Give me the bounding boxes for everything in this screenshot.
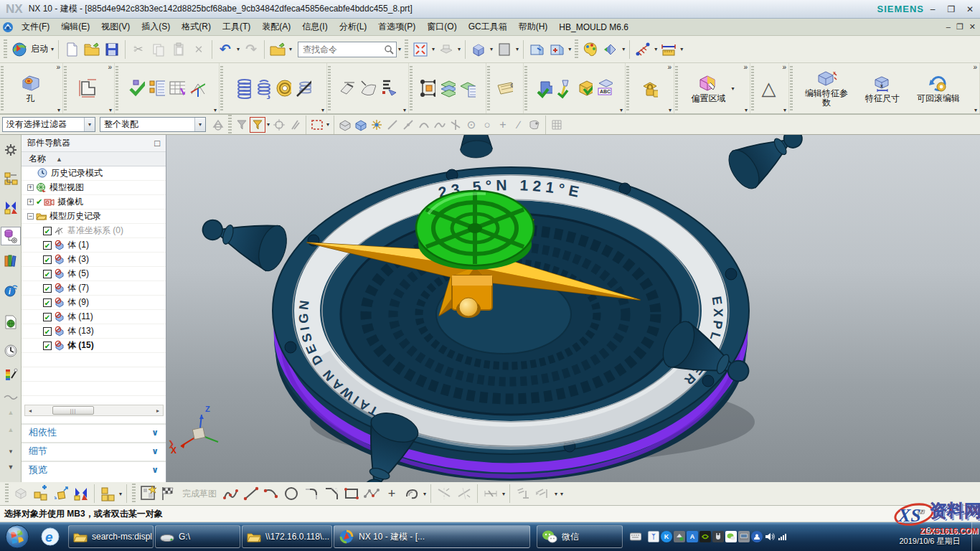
tree-row-body-5[interactable]: ✔ 体 (5) [22,267,166,281]
menu-gc-toolbox[interactable]: GC工具箱 [463,19,513,35]
group-dropdown[interactable]: ▾ [974,107,977,113]
hand-select-icon[interactable] [287,117,303,133]
offset-region-button[interactable]: 偏置区域 [691,74,725,103]
hd3d-tools-icon[interactable]: i [1,281,20,300]
close-button[interactable]: ✕ [964,4,976,14]
menu-file[interactable]: 文件(F) [16,19,55,35]
part-family-table-icon[interactable] [168,80,185,97]
tree-row-body-13[interactable]: ✔ 体 (13) [22,324,166,339]
shaded-solid-icon[interactable] [337,117,353,133]
checkbox-checked[interactable]: ✔ [43,284,52,293]
group-dropdown[interactable]: ▾ [321,107,324,113]
wireframe-select-icon[interactable] [210,117,226,133]
menu-window[interactable]: 窗口(O) [421,19,462,35]
tray-k-icon[interactable]: K [661,531,672,542]
snap-point-star-icon[interactable] [369,117,385,133]
studio-spline-button[interactable] [363,485,380,502]
fit-view-icon[interactable] [412,41,429,58]
shaded-cube-icon[interactable] [353,117,369,133]
group-dropdown[interactable]: ▾ [109,107,112,113]
tray-nvidia-icon[interactable] [699,531,711,542]
menu-hb-mould[interactable]: HB_MOULD M6.6 [553,20,634,34]
tree-row-body-7[interactable]: ✔ 体 (7) [22,281,166,296]
checkbox-checked[interactable]: ✔ [43,241,52,250]
fit-view-dropdown[interactable]: ▾ [432,46,435,52]
tray-usb-icon[interactable]: ᛉ [648,531,659,542]
group-overflow-chevron[interactable]: » [667,63,672,71]
section-dependencies[interactable]: 相依性 ∨ [22,423,166,441]
collapse-icon[interactable]: − [27,213,34,220]
navigation-gear-icon[interactable] [1,141,20,159]
move-face-icon[interactable] [339,80,356,97]
geometric-constraints-button[interactable] [514,485,532,502]
sketchbar-dropdown[interactable]: ▾ [560,491,563,497]
tree-row-body-9[interactable]: ✔ 体 (9) [22,296,166,310]
pattern-dropdown[interactable]: ▾ [119,491,122,497]
snap-center-icon[interactable]: ⊙ [463,117,479,133]
checkbox-checked[interactable]: ✔ [43,255,52,264]
selection-filter-combo[interactable]: 没有选择过滤器 ▾ [2,117,95,132]
group-dropdown[interactable]: ▾ [669,107,672,113]
line-button[interactable] [242,485,260,502]
snap-quadrant-icon[interactable]: ○ [479,117,495,133]
menu-assemblies[interactable]: 装配(A) [256,19,296,35]
toolbar-grip[interactable] [132,484,136,504]
toolbar-grip[interactable] [575,39,578,60]
navigator-h-scrollbar[interactable]: ◂ ||| ▸ [24,405,164,416]
dimension-dropdown[interactable]: ▾ [502,491,505,497]
assembly-context-icon[interactable] [12,485,29,502]
group-dropdown[interactable]: ▾ [57,107,60,113]
status-flag-icon[interactable] [915,508,927,519]
start-button[interactable] [4,524,30,551]
menu-edit[interactable]: 编辑(E) [55,19,95,35]
checkbox-checked[interactable]: ✔ [43,313,52,321]
new-file-icon[interactable] [63,41,80,58]
minimize-button[interactable]: – [927,4,938,14]
navigator-column-header[interactable]: 名称 ▲ [22,152,166,166]
toolbar-grip[interactable] [228,115,232,135]
toolbar-grip[interactable] [405,39,408,60]
profile-button[interactable] [222,485,240,502]
group-overflow-chevron[interactable]: » [56,63,60,71]
menu-information[interactable]: 信息(I) [296,19,333,35]
tray-plug-icon[interactable] [712,531,724,542]
pmi-dropdown[interactable]: ▾ [654,46,657,52]
tray-keyboard-icon[interactable] [630,531,641,542]
create-sketch-button[interactable] [139,485,156,502]
finish-sketch-flag-icon[interactable] [159,485,176,502]
panel-resize-handle[interactable]: ❯ [168,439,174,448]
selection-filter-active-icon[interactable] [250,117,265,133]
taskbar-button-nx[interactable]: NX 10 - 建模 - [... [334,525,530,548]
copy-icon[interactable] [150,41,167,58]
cut-icon[interactable]: ✂ [130,41,147,58]
menu-view[interactable]: 视图(V) [95,19,136,35]
tree-row-datum-csys[interactable]: ✔ 基准坐标系 (0) [22,224,166,238]
expression-tree-icon[interactable] [148,80,165,97]
restore-button[interactable]: ❐ [946,4,957,14]
layer-stack-icon[interactable] [438,80,456,97]
section-preview[interactable]: 预览 ∨ [22,461,166,478]
section-details[interactable]: 细节 ∨ [22,442,166,459]
rapid-dimension-button[interactable] [482,485,499,502]
open-file-icon[interactable] [83,41,100,58]
chevron-down-icon[interactable]: ∨ [151,428,159,438]
resource-scroll-up-icon[interactable]: ▲ [1,403,20,422]
taskbar-button-gdrive[interactable]: G:\ [155,525,240,548]
tree-row-history-mode[interactable]: 历史记录模式 [22,166,166,181]
view-orient-dropdown[interactable]: ▾ [490,46,493,52]
snap-spline-icon[interactable] [432,117,448,133]
tree-row-body-11[interactable]: ✔ 体 (11) [22,310,166,324]
menu-analysis[interactable]: 分析(L) [334,19,373,35]
tray-volume-icon[interactable] [764,531,776,542]
group-overflow-chevron[interactable]: » [743,63,748,71]
attribute-edit-icon[interactable]: ABC [595,80,613,97]
snap-midpoint-icon[interactable] [400,117,416,133]
search-icon[interactable] [384,44,394,55]
fillet-button[interactable] [303,485,320,502]
checkbox-checked[interactable]: ✔ [43,227,52,235]
scroll-left-icon[interactable]: ◂ [25,408,35,414]
save-icon[interactable] [103,41,121,58]
move-component-button[interactable] [52,485,70,502]
expand-icon[interactable]: + [27,184,34,191]
role-palette-icon[interactable] [582,41,599,58]
